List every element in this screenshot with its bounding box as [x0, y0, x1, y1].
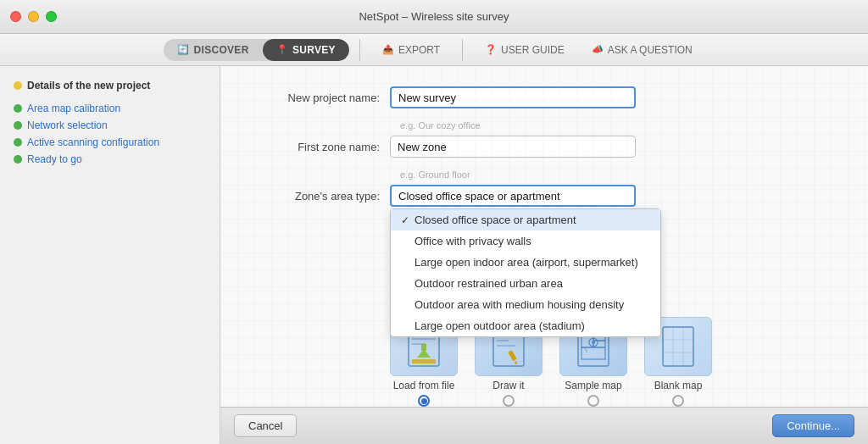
close-button[interactable] — [10, 11, 21, 22]
sidebar-item-area-map[interactable]: Area map calibration — [10, 100, 209, 117]
dropdown-item-outdoor-medium[interactable]: Outdoor area with medium housing density — [391, 294, 660, 315]
area-type-label: Zone's area type: — [254, 190, 390, 203]
dropdown-item-outdoor-large[interactable]: Large open outdoor area (stadium) — [391, 315, 660, 336]
zone-name-label: First zone name: — [254, 141, 390, 153]
status-dot-green-3 — [14, 138, 22, 147]
project-name-label: New project name: — [254, 92, 390, 104]
window: NetSpot – Wireless site survey 🔄 DISCOVE… — [0, 0, 868, 444]
sidebar-item-ready[interactable]: Ready to go — [10, 151, 209, 168]
tab-survey[interactable]: 📍 SURVEY — [263, 39, 349, 61]
svg-point-19 — [592, 341, 595, 344]
zone-name-row: First zone name: — [254, 136, 834, 158]
blank-svg — [661, 325, 695, 368]
project-placeholder: e.g. Our cozy office — [400, 120, 834, 130]
status-dot-green-4 — [14, 155, 22, 164]
draw-radio[interactable] — [503, 395, 515, 407]
continue-button[interactable]: Continue... — [772, 414, 854, 437]
sidebar-title: Details of the new project — [10, 80, 209, 92]
toolbar: 🔄 DISCOVER 📍 SURVEY 📤 EXPORT ❓ USER GUID… — [0, 34, 868, 66]
area-type-dropdown-menu: ✓ Closed office space or apartment Offic… — [390, 208, 661, 337]
toolbar-separator — [359, 39, 360, 61]
load-label: Load from file — [393, 380, 455, 391]
discover-icon: 🔄 — [177, 44, 189, 55]
project-name-input[interactable] — [390, 86, 636, 108]
zone-name-input[interactable] — [390, 136, 636, 158]
status-dot-yellow — [14, 81, 22, 90]
area-type-row: Zone's area type: Closed office space or… — [254, 185, 834, 207]
status-dot-green-1 — [14, 104, 22, 113]
sidebar-item-scanning[interactable]: Active scanning configuration — [10, 134, 209, 151]
dropdown-item-outdoor-urban[interactable]: Outdoor restrained urban area — [391, 273, 660, 294]
blank-label: Blank map — [654, 380, 703, 391]
titlebar: NetSpot – Wireless site survey — [0, 0, 868, 34]
svg-rect-11 — [508, 350, 516, 361]
megaphone-icon: 📣 — [592, 44, 604, 55]
checkmark-icon: ✓ — [401, 214, 415, 226]
cancel-button[interactable]: Cancel — [234, 414, 297, 437]
ask-question-action[interactable]: 📣 ASK A QUESTION — [580, 39, 704, 61]
sample-radio[interactable] — [587, 395, 599, 407]
dropdown-item-large-indoor[interactable]: Large open indoor area (airport, superma… — [391, 252, 660, 273]
status-dot-green-2 — [14, 121, 22, 130]
nav-tabs: 🔄 DISCOVER 📍 SURVEY — [164, 39, 349, 61]
window-controls — [10, 11, 57, 22]
blank-radio[interactable] — [672, 395, 684, 407]
sample-label: Sample map — [565, 380, 621, 391]
window-title: NetSpot – Wireless site survey — [359, 10, 509, 23]
tab-discover[interactable]: 🔄 DISCOVER — [164, 39, 262, 61]
content-area: New project name: e.g. Our cozy office F… — [220, 66, 868, 444]
sidebar: Details of the new project Area map cali… — [0, 66, 220, 444]
project-name-row: New project name: — [254, 86, 834, 108]
dropdown-item-privacy[interactable]: Office with privacy walls — [391, 230, 660, 252]
zone-placeholder: e.g. Ground floor — [400, 169, 834, 180]
svg-marker-12 — [514, 361, 518, 365]
svg-rect-6 — [412, 359, 436, 364]
area-type-dropdown-wrapper: Closed office space or apartment ✓ Close… — [390, 185, 636, 207]
dropdown-item-closed[interactable]: ✓ Closed office space or apartment — [391, 209, 660, 230]
svg-rect-17 — [581, 347, 605, 359]
load-radio[interactable] — [418, 395, 430, 407]
toolbar-separator-2 — [462, 39, 463, 61]
svg-rect-5 — [421, 344, 426, 351]
area-type-select[interactable]: Closed office space or apartment — [390, 185, 636, 207]
export-icon: 📤 — [382, 44, 394, 55]
bottom-bar: Cancel Continue... — [220, 407, 868, 444]
draw-label: Draw it — [492, 380, 524, 391]
svg-rect-20 — [663, 327, 693, 366]
export-action[interactable]: 📤 EXPORT — [370, 39, 452, 61]
maximize-button[interactable] — [46, 11, 57, 22]
survey-icon: 📍 — [276, 44, 288, 55]
minimize-button[interactable] — [28, 11, 39, 22]
help-icon: ❓ — [485, 44, 497, 55]
sidebar-item-network[interactable]: Network selection — [10, 117, 209, 134]
user-guide-action[interactable]: ❓ USER GUIDE — [473, 39, 576, 61]
main-layout: Details of the new project Area map cali… — [0, 66, 868, 444]
